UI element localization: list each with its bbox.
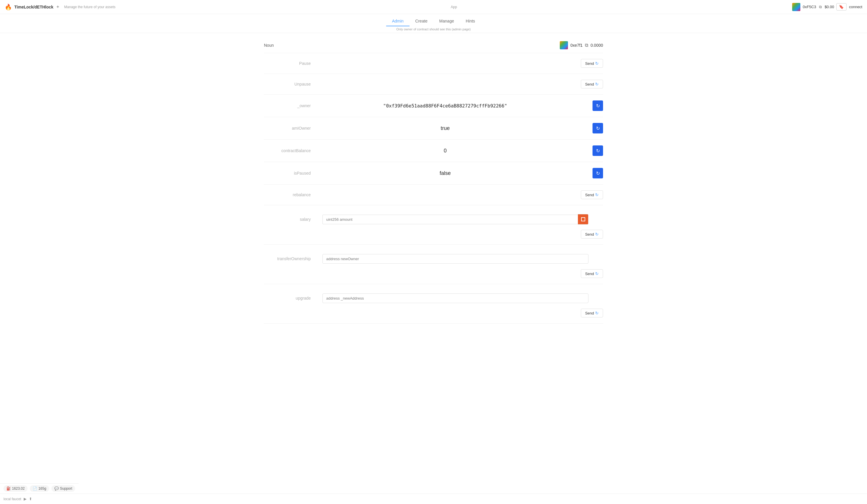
salary-side-icon	[581, 217, 585, 221]
contractBalance-value: 0	[322, 148, 568, 154]
pause-row: Pause Send ↻	[264, 53, 603, 74]
salary-side-button[interactable]	[578, 214, 588, 224]
amIOwner-value: true	[322, 125, 568, 131]
transferOwnership-send-label: Send	[585, 272, 594, 276]
owner-refresh-icon: ↻	[596, 103, 600, 109]
salary-send-button[interactable]: Send ↻	[581, 230, 603, 239]
nav-section: Admin Create Manage Hints Only owner of …	[0, 14, 867, 33]
transferOwnership-label: transferOwnership	[264, 256, 322, 261]
app-label: App	[451, 5, 457, 9]
upgrade-send-icon: ↻	[595, 311, 599, 315]
header-center: App	[451, 5, 457, 9]
contract-balance: 0.0000	[590, 43, 603, 47]
rebalance-send-label: Send	[585, 193, 594, 197]
unpause-send-button[interactable]: Send ↻	[581, 80, 603, 88]
amIOwner-action: ↻	[568, 123, 603, 133]
rebalance-row: rebalance Send ↻	[264, 185, 603, 205]
tab-hints[interactable]: Hints	[460, 17, 481, 26]
wallet-avatar	[792, 3, 800, 11]
transferOwnership-block: transferOwnership Send ↻	[264, 245, 603, 284]
unpause-row: Unpause Send ↻	[264, 74, 603, 95]
upgrade-label: upgrade	[264, 296, 322, 300]
salary-row: salary	[264, 210, 603, 229]
pause-refresh-icon: ↻	[595, 61, 599, 66]
pause-label: Pause	[264, 61, 322, 66]
pause-action: Send ↻	[568, 59, 603, 68]
tab-create[interactable]: Create	[409, 17, 434, 26]
bookmark-button[interactable]: 🔖	[836, 3, 847, 11]
amIOwner-row: amIOwner true ↻	[264, 117, 603, 140]
transferOwnership-send-button[interactable]: Send ↻	[581, 269, 603, 278]
settings-icon: ✦	[56, 4, 60, 10]
upgrade-send-label: Send	[585, 311, 594, 315]
copy-address-button[interactable]: ⧉	[818, 4, 822, 10]
owner-value: "0xf39Fd6e51aad88F6F4ce6aB8827279cffFb92…	[322, 103, 568, 109]
transferOwnership-input[interactable]	[322, 254, 588, 264]
rebalance-send-button[interactable]: Send ↻	[581, 190, 603, 199]
salary-block: salary Send ↻	[264, 205, 603, 245]
owner-refresh-button[interactable]: ↻	[592, 100, 603, 111]
unpause-refresh-icon: ↻	[595, 82, 599, 86]
salary-input-wrapper	[322, 214, 588, 224]
upgrade-row: upgrade	[264, 289, 603, 307]
owner-action: ↻	[568, 100, 603, 111]
contractBalance-action: ↻	[568, 145, 603, 156]
contractBalance-refresh-button[interactable]: ↻	[592, 145, 603, 156]
connect-button[interactable]: connect	[849, 5, 862, 9]
tab-manage[interactable]: Manage	[434, 17, 460, 26]
contract-avatar	[560, 41, 568, 50]
contract-address: 0xe7f1	[570, 43, 582, 47]
copy-icon: ⧉	[819, 5, 822, 9]
amIOwner-refresh-icon: ↻	[596, 125, 600, 131]
owner-label: _owner	[264, 103, 322, 108]
owner-row: _owner "0xf39Fd6e51aad88F6F4ce6aB8827279…	[264, 95, 603, 117]
contract-label: Noun	[264, 43, 274, 47]
salary-input[interactable]	[322, 215, 578, 224]
upgrade-block: upgrade Send ↻	[264, 284, 603, 324]
contractBalance-row: contractBalance 0 ↻	[264, 140, 603, 162]
isPaused-refresh-icon: ↻	[596, 171, 600, 176]
wallet-balance: $0.00	[825, 5, 834, 9]
app-tagline: Manage the future of your assets	[64, 5, 116, 9]
amIOwner-label: amIOwner	[264, 126, 322, 131]
contract-info: 0xe7f1 ⧉ 0.0000	[560, 41, 603, 50]
flame-icon: 🔥	[5, 3, 12, 11]
contractBalance-label: contractBalance	[264, 148, 322, 153]
unpause-send-label: Send	[585, 82, 594, 86]
salary-label: salary	[264, 217, 322, 222]
rebalance-action: Send ↻	[568, 190, 603, 199]
header-left: 🔥 TimeLock/dETHlock ✦ Manage the future …	[5, 3, 116, 11]
transferOwnership-send-row: Send ↻	[264, 268, 603, 282]
salary-send-row: Send ↻	[264, 229, 603, 242]
upgrade-send-button[interactable]: Send ↻	[581, 309, 603, 317]
wallet-address: 0xF5C3	[803, 5, 816, 9]
isPaused-refresh-button[interactable]: ↻	[592, 168, 603, 178]
main-content: Noun 0xe7f1 ⧉ 0.0000 Pause Send ↻ Unpaus…	[258, 33, 609, 328]
isPaused-value: false	[322, 170, 568, 176]
rebalance-label: rebalance	[264, 193, 322, 197]
rebalance-refresh-icon: ↻	[595, 193, 599, 197]
app-header: 🔥 TimeLock/dETHlock ✦ Manage the future …	[0, 0, 867, 14]
salary-send-icon: ↻	[595, 232, 599, 237]
isPaused-row: isPaused false ↻	[264, 162, 603, 185]
isPaused-action: ↻	[568, 168, 603, 178]
tab-admin[interactable]: Admin	[386, 17, 409, 26]
salary-send-label: Send	[585, 232, 594, 237]
nav-subtitle: Only owner of contract should see this (…	[396, 26, 471, 33]
unpause-action: Send ↻	[568, 80, 603, 88]
contract-copy-icon[interactable]: ⧉	[585, 43, 588, 48]
upgrade-input[interactable]	[322, 294, 588, 303]
nav-tabs: Admin Create Manage Hints	[386, 17, 481, 26]
header-right: 0xF5C3 ⧉ $0.00 🔖 connect	[792, 3, 862, 11]
app-title: TimeLock/dETHlock	[14, 5, 53, 9]
contract-header: Noun 0xe7f1 ⧉ 0.0000	[264, 38, 603, 53]
isPaused-label: isPaused	[264, 171, 322, 175]
unpause-label: Unpause	[264, 82, 322, 86]
bookmark-icon: 🔖	[839, 5, 844, 9]
pause-send-button[interactable]: Send ↻	[581, 59, 603, 68]
amIOwner-refresh-button[interactable]: ↻	[592, 123, 603, 133]
pause-send-label: Send	[585, 61, 594, 66]
transferOwnership-row: transferOwnership	[264, 249, 603, 268]
upgrade-send-row: Send ↻	[264, 307, 603, 321]
transferOwnership-send-icon: ↻	[595, 271, 599, 276]
